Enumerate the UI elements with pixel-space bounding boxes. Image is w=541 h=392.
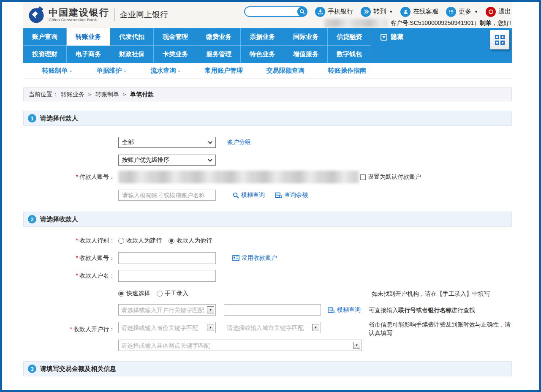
step-1-badge: 1 xyxy=(28,114,36,122)
breadcrumb-level1: 转账业务 xyxy=(61,91,84,98)
hide-icon xyxy=(381,34,387,41)
bank-keyword-combo: ▼ xyxy=(118,304,216,316)
tab-fiscal-social[interactable]: 财政社保 xyxy=(110,46,154,63)
chevron-down-icon: ⌄ xyxy=(123,68,127,73)
breadcrumb: 当前位置： 转账业务 ＞ 转账制单 ＞ 单笔付款 xyxy=(23,87,512,101)
city-input[interactable] xyxy=(224,324,312,331)
payer-account-label: *付款人账号： xyxy=(23,171,118,181)
redacted-payer-account[interactable] xyxy=(118,171,359,183)
tab-value-added[interactable]: 增值服务 xyxy=(284,46,328,63)
balance-query-icon xyxy=(275,192,282,198)
payee-name-input[interactable] xyxy=(118,270,216,282)
subnav-frequent-accounts[interactable]: 常用账户管理 xyxy=(205,67,243,75)
city-combo: ▼ xyxy=(224,322,321,333)
chevron-down-icon xyxy=(208,141,212,144)
redacted-company-name xyxy=(324,19,388,27)
combo-dropdown-button[interactable]: ▼ xyxy=(207,324,214,331)
tab-international[interactable]: 国际业务 xyxy=(284,28,328,46)
fuzzy-query-link[interactable]: 模糊查询 xyxy=(233,191,265,199)
contact-card-icon xyxy=(232,255,239,261)
required-asterisk: * xyxy=(70,326,72,332)
frequent-payee-link[interactable]: 常用收款账户 xyxy=(232,254,277,262)
chevron-down-icon: ⌄ xyxy=(69,68,73,73)
tab-special-business[interactable]: 特色业务 xyxy=(241,46,284,63)
chevron-down-icon: ▼ xyxy=(474,10,478,14)
fuzzy-account-input[interactable] xyxy=(118,190,216,201)
tab-card-business[interactable]: 卡类业务 xyxy=(154,46,197,63)
province-input[interactable] xyxy=(119,324,207,331)
search-icon[interactable] xyxy=(297,7,307,16)
logout-button[interactable]: 退出 xyxy=(486,7,511,17)
account-sort-select[interactable]: 按账户优先级排序 xyxy=(118,155,216,166)
province-note: 省市信息可能影响手续费计费及到账时效与正确性，请认真填写 xyxy=(369,320,514,337)
chevron-down-icon: ▼ xyxy=(389,10,393,14)
section2-title: 请选择收款人 xyxy=(40,215,78,223)
tab-transfer-active[interactable]: 转账业务 xyxy=(67,28,110,46)
required-asterisk: * xyxy=(76,173,78,180)
step-2-badge: 2 xyxy=(28,215,36,223)
manual-entry-note: 如未找到开户机构，请在【手工录入】中填写 xyxy=(372,289,513,298)
payee-ccb-radio-label: 收款人为建行 xyxy=(126,237,162,245)
payee-ccb-radio[interactable] xyxy=(118,238,124,244)
tab-cash-management[interactable]: 现金管理 xyxy=(154,28,197,46)
branch-input[interactable] xyxy=(119,342,353,349)
combo-dropdown-button[interactable]: ▼ xyxy=(312,324,319,331)
subnav-transfer-order[interactable]: 转账制单⌄ xyxy=(42,67,73,75)
tab-digital-wallet[interactable]: 数字钱包 xyxy=(328,46,371,63)
mobile-banking-label: 手机银行 xyxy=(328,8,353,16)
quick-select-radio[interactable] xyxy=(118,291,124,297)
manual-entry-radio[interactable] xyxy=(157,291,163,297)
tab-notes-business[interactable]: 票据业务 xyxy=(241,28,284,46)
goto-icon xyxy=(361,7,371,17)
search-input[interactable] xyxy=(248,8,296,16)
tab-investment[interactable]: 投资理财 xyxy=(23,46,67,63)
required-asterisk: * xyxy=(76,254,78,261)
payee-other-bank-radio[interactable] xyxy=(169,238,174,244)
quick-menu-button[interactable] xyxy=(490,30,509,49)
online-service-icon xyxy=(400,7,411,17)
goto-button[interactable]: 转到 ▼ xyxy=(361,7,393,17)
subnav-doc-maintenance[interactable]: 单据维护⌄ xyxy=(96,67,127,75)
bank-input-note: 可直接输入联行号或者银行名称进行查找 xyxy=(369,306,512,314)
operator-name: 制单 xyxy=(480,19,492,27)
bank-fuzzy-query-link[interactable]: 模糊查询 xyxy=(328,306,361,314)
payee-other-bank-radio-label: 收款人为他行 xyxy=(177,237,212,245)
balance-query-link[interactable]: 查询余额 xyxy=(275,191,308,199)
more-button[interactable]: 更多 ▼ xyxy=(446,7,478,17)
tab-ecommerce[interactable]: 电子商务 xyxy=(67,46,110,63)
more-icon xyxy=(446,7,456,17)
main-nav-row2: 投资理财 电子商务 财政社保 卡类业务 服务管理 特色业务 增值服务 数字钱包 xyxy=(23,46,512,63)
brand-text: 中国建设银行 China Construction Bank xyxy=(49,8,109,22)
section1-title: 请选择付款人 xyxy=(40,114,78,122)
online-service-button[interactable]: 在线客服 xyxy=(400,7,438,17)
combo-dropdown-button[interactable]: ▼ xyxy=(353,342,360,349)
default-payer-checkbox[interactable] xyxy=(360,174,366,180)
main-nav-row1: 账户查询 转账业务 代发代扣 现金管理 缴费业务 票据业务 国际业务 信贷融资 … xyxy=(23,28,512,46)
subnav-limit-query[interactable]: 交易限额查询 xyxy=(266,67,304,75)
tab-agent-payment[interactable]: 代发代扣 xyxy=(110,28,154,46)
subnav-flow-query[interactable]: 流水查询⌄ xyxy=(150,67,181,75)
tab-account-inquiry[interactable]: 账户查询 xyxy=(23,28,67,46)
goto-label: 转到 xyxy=(373,8,386,16)
account-group-select[interactable]: 全部 xyxy=(118,137,216,148)
brand: 中国建设银行 China Construction Bank 企业网上银行 xyxy=(27,6,168,24)
customer-number: 客户号:SC51000009250941901） xyxy=(390,19,480,27)
more-label: 更多 xyxy=(459,8,471,16)
bank-keyword-input[interactable] xyxy=(119,307,207,313)
grid-icon xyxy=(495,35,505,45)
tab-service-management[interactable]: 服务管理 xyxy=(197,46,241,63)
header-search xyxy=(244,6,307,17)
tab-credit-financing[interactable]: 信贷融资 xyxy=(328,28,371,46)
combo-dropdown-button[interactable]: ▼ xyxy=(207,306,214,313)
tab-bill-payment[interactable]: 缴费业务 xyxy=(197,28,241,46)
browser-window: 中国建设银行 China Construction Bank 企业网上银行 xyxy=(0,0,541,392)
hide-label: 隐藏 xyxy=(391,33,403,41)
mobile-banking-button[interactable]: 手机银行 xyxy=(315,7,353,17)
subnav-transfer-guide[interactable]: 转账操作指南 xyxy=(328,67,366,75)
payee-bank-label: *收款人开户行： xyxy=(23,326,118,333)
payee-account-input[interactable] xyxy=(118,252,216,264)
section3-header: 3 请填写交易金额及相关信息 xyxy=(23,361,512,376)
bank-extra-input[interactable] xyxy=(224,304,321,316)
magnifier-icon xyxy=(233,192,239,199)
account-group-link[interactable]: 账户分组 xyxy=(227,139,251,146)
